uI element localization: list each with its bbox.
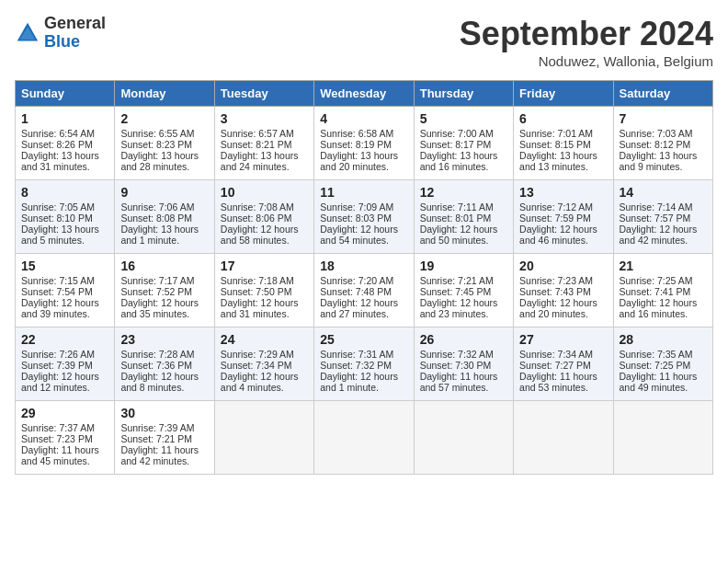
day-number: 10 [221,185,308,200]
day-number: 21 [620,259,707,273]
day-info-line: Sunrise: 7:23 AM [519,275,607,286]
day-number: 27 [519,332,607,347]
day-info-line: Daylight: 12 hours [120,371,208,382]
calendar-cell: 15Sunrise: 7:15 AMSunset: 7:54 PMDayligh… [16,254,115,327]
day-number: 4 [320,111,407,126]
day-info-line: Sunset: 7:59 PM [519,213,607,224]
day-info-line: and 35 minutes. [120,308,208,319]
calendar-cell: 13Sunrise: 7:12 AMSunset: 7:59 PMDayligh… [514,180,613,254]
day-number: 9 [120,185,208,200]
day-info-line: Sunset: 8:06 PM [221,213,308,224]
day-info-line: Sunset: 8:08 PM [120,213,208,224]
day-info-line: and 53 minutes. [519,382,607,393]
day-info-line: Sunset: 7:50 PM [221,286,308,297]
day-info-line: and 1 minute. [120,235,208,246]
calendar-table: SundayMondayTuesdayWednesdayThursdayFrid… [15,80,713,475]
day-info-line: Daylight: 13 hours [21,150,108,161]
calendar-cell: 5Sunrise: 7:00 AMSunset: 8:17 PMDaylight… [414,107,513,180]
calendar-cell: 8Sunrise: 7:05 AMSunset: 8:10 PMDaylight… [16,180,115,254]
day-number: 23 [120,332,208,347]
day-info-line: and 50 minutes. [420,235,507,246]
calendar-week-row: 8Sunrise: 7:05 AMSunset: 8:10 PMDaylight… [16,180,713,254]
calendar-cell: 25Sunrise: 7:31 AMSunset: 7:32 PMDayligh… [314,327,414,401]
day-info-line: Daylight: 12 hours [620,297,707,308]
calendar-cell: 1Sunrise: 6:54 AMSunset: 8:26 PMDaylight… [16,107,115,180]
day-info-line: and 13 minutes. [519,161,607,172]
day-info-line: Sunrise: 7:17 AM [120,275,208,286]
calendar-cell: 7Sunrise: 7:03 AMSunset: 8:12 PMDaylight… [613,107,712,180]
calendar-cell: 24Sunrise: 7:29 AMSunset: 7:34 PMDayligh… [214,327,313,401]
calendar-cell: 30Sunrise: 7:39 AMSunset: 7:21 PMDayligh… [115,401,214,475]
day-info-line: Sunset: 7:52 PM [120,286,208,297]
calendar-cell: 20Sunrise: 7:23 AMSunset: 7:43 PMDayligh… [514,254,613,327]
day-number: 29 [21,406,108,420]
day-info-line: Sunset: 8:21 PM [221,139,308,150]
calendar-cell: 14Sunrise: 7:14 AMSunset: 7:57 PMDayligh… [613,180,712,254]
day-info-line: Sunset: 8:26 PM [21,139,108,150]
day-info-line: Sunset: 7:25 PM [620,360,707,371]
day-number: 6 [519,111,607,126]
day-info-line: Daylight: 12 hours [221,224,308,235]
day-info-line: Sunset: 7:30 PM [420,360,507,371]
weekday-header-friday: Friday [514,81,613,107]
day-info-line: Sunset: 8:19 PM [320,139,407,150]
day-info-line: Sunrise: 7:37 AM [21,422,108,433]
calendar-cell: 11Sunrise: 7:09 AMSunset: 8:03 PMDayligh… [314,180,414,254]
calendar-cell: 22Sunrise: 7:26 AMSunset: 7:39 PMDayligh… [16,327,115,401]
day-info-line: and 20 minutes. [320,161,407,172]
day-info-line: and 8 minutes. [120,382,208,393]
day-info-line: Sunrise: 7:28 AM [120,349,208,360]
calendar-cell: 3Sunrise: 6:57 AMSunset: 8:21 PMDaylight… [214,107,313,180]
day-number: 19 [420,259,507,273]
logo-icon [15,20,40,46]
day-info-line: and 39 minutes. [21,308,108,319]
day-info-line: Daylight: 12 hours [320,224,407,235]
day-info-line: and 24 minutes. [221,161,308,172]
day-info-line: and 16 minutes. [420,161,507,172]
calendar-cell: 26Sunrise: 7:32 AMSunset: 7:30 PMDayligh… [414,327,513,401]
day-info-line: Daylight: 13 hours [221,150,308,161]
calendar-cell: 12Sunrise: 7:11 AMSunset: 8:01 PMDayligh… [414,180,513,254]
calendar-cell: 28Sunrise: 7:35 AMSunset: 7:25 PMDayligh… [613,327,712,401]
day-info-line: Sunset: 8:10 PM [21,213,108,224]
day-info-line: Daylight: 11 hours [120,444,208,455]
day-info-line: Sunrise: 6:57 AM [221,128,308,139]
day-number: 22 [21,332,108,347]
calendar-week-row: 15Sunrise: 7:15 AMSunset: 7:54 PMDayligh… [16,254,713,327]
day-info-line: Sunrise: 7:34 AM [519,349,607,360]
day-number: 2 [120,111,208,126]
day-number: 18 [320,259,407,273]
day-info-line: Sunset: 7:43 PM [519,286,607,297]
day-number: 8 [21,185,108,200]
day-info-line: and 31 minutes. [21,161,108,172]
page-header: General Blue September 2024 Noduwez, Wal… [15,15,713,69]
day-info-line: Sunset: 8:23 PM [120,139,208,150]
day-info-line: Sunrise: 7:15 AM [21,275,108,286]
day-number: 30 [120,406,208,420]
day-info-line: Sunrise: 6:54 AM [21,128,108,139]
day-info-line: Sunset: 7:34 PM [221,360,308,371]
calendar-cell: 4Sunrise: 6:58 AMSunset: 8:19 PMDaylight… [314,107,414,180]
day-number: 17 [221,259,308,273]
day-info-line: and 5 minutes. [21,235,108,246]
calendar-week-row: 1Sunrise: 6:54 AMSunset: 8:26 PMDaylight… [16,107,713,180]
calendar-cell: 18Sunrise: 7:20 AMSunset: 7:48 PMDayligh… [314,254,414,327]
day-info-line: Daylight: 13 hours [620,150,707,161]
day-number: 11 [320,185,407,200]
day-info-line: Daylight: 12 hours [519,224,607,235]
day-number: 28 [620,332,707,347]
day-info-line: Daylight: 12 hours [420,297,507,308]
day-info-line: Daylight: 12 hours [21,297,108,308]
title-block: September 2024 Noduwez, Wallonia, Belgiu… [460,15,713,69]
day-info-line: Sunset: 7:27 PM [519,360,607,371]
day-info-line: and 46 minutes. [519,235,607,246]
day-info-line: and 4 minutes. [221,382,308,393]
day-info-line: Sunrise: 6:55 AM [120,128,208,139]
day-info-line: Sunrise: 7:35 AM [620,349,707,360]
day-info-line: Sunset: 7:54 PM [21,286,108,297]
day-info-line: Daylight: 12 hours [221,297,308,308]
day-info-line: Sunrise: 6:58 AM [320,128,407,139]
day-info-line: and 57 minutes. [420,382,507,393]
day-info-line: Daylight: 12 hours [21,371,108,382]
weekday-header-sunday: Sunday [16,81,115,107]
